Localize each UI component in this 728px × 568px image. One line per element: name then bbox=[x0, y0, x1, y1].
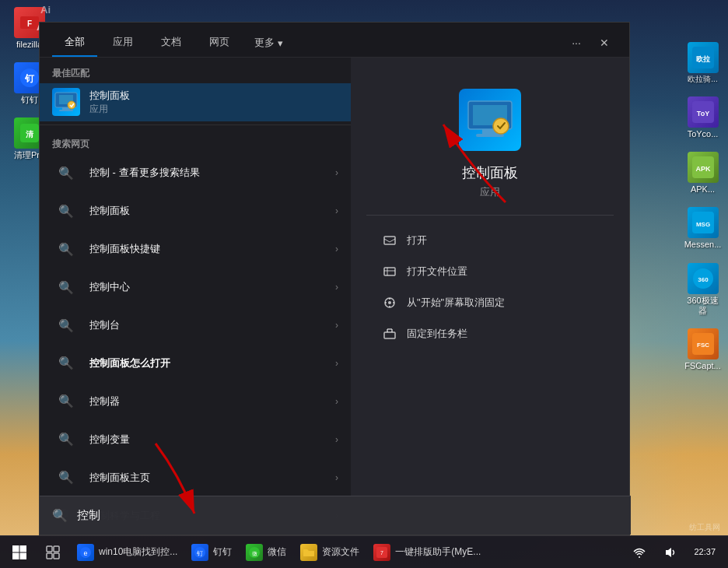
svg-text:微: 微 bbox=[252, 551, 257, 557]
svg-rect-39 bbox=[384, 332, 395, 338]
search-result-name-9: 控制面板主页 bbox=[89, 471, 326, 485]
search-result-3[interactable]: 🔍 控制面板快捷键 › bbox=[40, 230, 351, 268]
best-match-text: 控制面板 应用 bbox=[89, 89, 338, 116]
desktop-icon-messenger[interactable]: MSG Messen... bbox=[681, 204, 724, 253]
taskbar-item-folder[interactable]: 资源文件 bbox=[294, 538, 366, 567]
close-button[interactable]: ✕ bbox=[592, 30, 617, 55]
task-view-icon bbox=[45, 545, 61, 560]
svg-text:e: e bbox=[83, 549, 87, 557]
best-match-type: 应用 bbox=[89, 103, 338, 116]
folder-taskbar-icon bbox=[300, 544, 317, 561]
search-result-5[interactable]: 🔍 控制台 › bbox=[40, 307, 351, 345]
taskbar-item-helper[interactable]: 7 一键排版助手(MyE... bbox=[367, 538, 484, 567]
best-match-item[interactable]: 控制面板 应用 bbox=[40, 83, 351, 121]
tab-docs[interactable]: 文档 bbox=[149, 29, 194, 57]
clock[interactable]: 22:37 bbox=[688, 546, 722, 558]
web-search-title: 搜索网页 bbox=[40, 128, 351, 154]
right-icon-1: 欧拉 bbox=[688, 42, 719, 73]
toycar-label: ToYco... bbox=[688, 129, 719, 139]
search-result-icon-2: 🔍 bbox=[52, 197, 80, 225]
fscapture-icon: FSC bbox=[688, 328, 719, 359]
apk-icon: APK bbox=[688, 152, 719, 183]
search-result-9[interactable]: 🔍 控制面板主页 › bbox=[40, 458, 351, 496]
search-result-1[interactable]: 🔍 控制 - 查看更多搜索结果 › bbox=[40, 154, 351, 192]
search-bar: 🔍 bbox=[40, 496, 631, 535]
left-panel: 最佳匹配 控制面板 bbox=[40, 58, 351, 535]
svg-text:ToY: ToY bbox=[696, 110, 709, 117]
more-options-button[interactable]: ··· bbox=[564, 30, 589, 55]
context-pin-taskbar[interactable]: 固定到任务栏 bbox=[366, 318, 614, 349]
search-result-name-8: 控制变量 bbox=[89, 433, 326, 447]
taskbar-item-dingding[interactable]: 钉 钉钉 bbox=[185, 538, 238, 567]
search-result-text-2: 控制面板 bbox=[89, 204, 326, 218]
desktop-icon-fscapture[interactable]: FSC FSCapt... bbox=[681, 325, 724, 374]
arrow-icon-6: › bbox=[335, 358, 338, 369]
taskbar-item-wechat[interactable]: 微 微信 bbox=[240, 538, 292, 567]
right-desktop-icons: 欧拉 欧拉骑... ToY ToYco... APK APK... bbox=[681, 39, 724, 374]
arrow-icon-5: › bbox=[335, 320, 338, 331]
context-unpin-start[interactable]: 从"开始"屏幕取消固定 bbox=[366, 287, 614, 318]
tab-apps[interactable]: 应用 bbox=[100, 29, 145, 57]
tab-web[interactable]: 网页 bbox=[197, 29, 242, 57]
desktop-icon-toycar[interactable]: ToY ToYco... bbox=[681, 93, 724, 142]
svg-text:360: 360 bbox=[698, 276, 709, 283]
desktop-icon-360kuai[interactable]: 360 360极速器 bbox=[681, 260, 724, 319]
watermark-bottom: 纺工具网 bbox=[689, 522, 720, 533]
search-result-7[interactable]: 🔍 控制器 › bbox=[40, 382, 351, 420]
search-result-name-2: 控制面板 bbox=[89, 204, 326, 218]
svg-rect-29 bbox=[384, 237, 395, 244]
open-icon bbox=[382, 233, 397, 248]
context-open[interactable]: 打开 bbox=[366, 225, 614, 256]
task-view-button[interactable] bbox=[39, 536, 67, 569]
best-match-icon bbox=[52, 88, 80, 116]
search-result-icon-5: 🔍 bbox=[52, 311, 80, 339]
svg-rect-46 bbox=[20, 545, 27, 552]
context-menu: 打开 打开文件位置 bbox=[366, 222, 614, 352]
dingding-taskbar-icon: 钉 bbox=[191, 544, 208, 561]
open-location-label: 打开文件位置 bbox=[407, 265, 467, 279]
right-panel: 控制面板 应用 bbox=[351, 58, 629, 535]
svg-text:钉: 钉 bbox=[196, 550, 203, 557]
start-button[interactable] bbox=[0, 536, 39, 569]
nav-controls: ··· ✕ bbox=[564, 30, 617, 55]
helper-taskbar-icon: 7 bbox=[373, 544, 390, 561]
network-icon[interactable] bbox=[625, 536, 653, 569]
desktop-icon-right1[interactable]: 欧拉 欧拉骑... bbox=[681, 39, 724, 87]
svg-text:MSG: MSG bbox=[695, 221, 709, 228]
svg-text:FSC: FSC bbox=[697, 342, 709, 349]
dingding-taskbar-label: 钉钉 bbox=[213, 545, 232, 559]
helper-taskbar-label: 一键排版助手(MyE... bbox=[395, 545, 481, 559]
search-result-text-4: 控制中心 bbox=[89, 280, 326, 294]
search-result-text-9: 控制面板主页 bbox=[89, 471, 326, 485]
apk-label: APK... bbox=[691, 184, 715, 195]
taskbar-item-win10[interactable]: e win10电脑找到控... bbox=[71, 538, 184, 567]
tab-more[interactable]: 更多 ▾ bbox=[245, 29, 292, 57]
search-result-icon-6: 🔍 bbox=[52, 349, 80, 377]
svg-text:欧拉: 欧拉 bbox=[696, 55, 711, 63]
svg-rect-45 bbox=[12, 545, 19, 552]
arrow-icon-3: › bbox=[335, 244, 338, 254]
search-result-4[interactable]: 🔍 控制中心 › bbox=[40, 268, 351, 307]
volume-icon[interactable] bbox=[656, 536, 684, 569]
fscapture-label: FSCapt... bbox=[684, 361, 720, 371]
search-result-icon-4: 🔍 bbox=[52, 273, 80, 301]
svg-text:钉: 钉 bbox=[24, 73, 35, 84]
clock-time: 22:37 bbox=[694, 546, 716, 558]
context-open-location[interactable]: 打开文件位置 bbox=[366, 256, 614, 287]
search-result-8[interactable]: 🔍 控制变量 › bbox=[40, 420, 351, 458]
search-result-2[interactable]: 🔍 控制面板 › bbox=[40, 192, 351, 230]
app-title: 控制面板 bbox=[462, 163, 518, 182]
search-input[interactable] bbox=[77, 509, 618, 522]
search-result-6[interactable]: 🔍 控制面板怎么打开 › bbox=[40, 344, 351, 382]
360kuai-label: 360极速器 bbox=[684, 296, 721, 316]
taskbar-tray: 22:37 bbox=[625, 536, 728, 569]
win10-taskbar-icon: e bbox=[77, 544, 94, 561]
tab-all[interactable]: 全部 bbox=[52, 29, 97, 57]
svg-rect-49 bbox=[47, 546, 52, 552]
desktop-icon-apk[interactable]: APK APK... bbox=[681, 149, 724, 198]
messenger-icon: MSG bbox=[688, 207, 719, 238]
search-result-text-1: 控制 - 查看更多搜索结果 bbox=[89, 166, 326, 180]
unpin-start-label: 从"开始"屏幕取消固定 bbox=[407, 296, 505, 310]
app-detail: 控制面板 应用 bbox=[351, 58, 629, 368]
start-menu: 全部 应用 文档 网页 更多 ▾ ··· ✕ 最佳匹配 bbox=[39, 22, 630, 535]
